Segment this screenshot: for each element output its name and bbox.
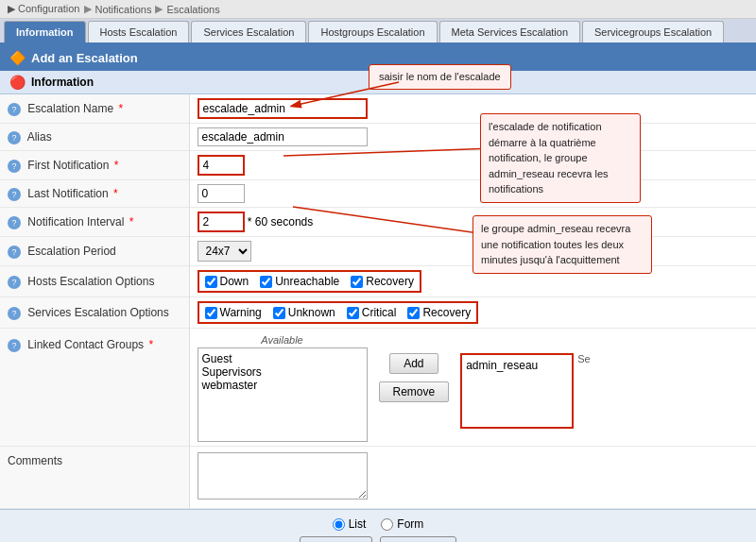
page-title: Add an Escalation	[31, 51, 138, 65]
help-escalation-name[interactable]: ?	[8, 103, 21, 116]
services-escalation-options-row: ? Services Escalation Options Warning Un…	[0, 297, 756, 329]
breadcrumb-config: ▶ Configuration	[8, 3, 80, 15]
page-header: 🔶 Add an Escalation	[0, 44, 756, 71]
help-hosts-escalation[interactable]: ?	[8, 276, 21, 289]
services-option-critical[interactable]: Critical	[347, 306, 397, 319]
info-icon: 🔴	[9, 75, 26, 90]
tab-bar: Information Hosts Escalation Services Es…	[0, 19, 756, 44]
add-button[interactable]: Add	[389, 353, 438, 374]
selected-list[interactable]: admin_reseau	[460, 353, 574, 429]
hosts-escalation-options-cell: Down Unreachable Recovery	[189, 266, 756, 297]
tab-servicegroups-escalation[interactable]: Servicegroups Escalation	[582, 21, 724, 42]
checkbox-recovery-hosts[interactable]	[351, 276, 363, 288]
hosts-escalation-label: Hosts Escalation Options	[27, 275, 154, 288]
escalation-period-label-cell: ? Escalation Period	[0, 237, 189, 266]
checkbox-warning[interactable]	[205, 307, 217, 319]
services-option-unknown[interactable]: Unknown	[273, 306, 335, 319]
checkbox-recovery-services[interactable]	[407, 307, 420, 319]
services-option-recovery[interactable]: Recovery	[407, 306, 471, 319]
tab-meta-services-escalation[interactable]: Meta Services Escalation	[439, 21, 581, 42]
remove-button[interactable]: Remove	[379, 381, 450, 402]
subsection-title: Information	[31, 76, 94, 89]
hosts-options-group: Down Unreachable Recovery	[198, 270, 421, 293]
tab-services-escalation[interactable]: Services Escalation	[191, 21, 306, 42]
checkbox-unknown[interactable]	[273, 307, 285, 319]
escalation-period-select[interactable]: 24x7	[198, 241, 251, 262]
list-item[interactable]: webmaster	[202, 379, 363, 392]
alias-row: ? Alias	[0, 124, 756, 151]
breadcrumb-notifications: Notifications	[95, 4, 152, 15]
list-item[interactable]: Guest	[202, 352, 363, 365]
checkbox-critical[interactable]	[347, 307, 359, 319]
reset-button[interactable]: Reset	[380, 536, 456, 542]
required-marker5: *	[148, 338, 153, 351]
hosts-option-down[interactable]: Down	[205, 275, 249, 288]
help-escalation-period[interactable]: ?	[8, 246, 21, 259]
required-marker: *	[118, 102, 123, 115]
notification-interval-suffix: * 60 seconds	[248, 215, 313, 229]
services-escalation-label-cell: ? Services Escalation Options	[0, 297, 189, 329]
last-notification-row: ? Last Notification *	[0, 180, 756, 208]
breadcrumb-escalations: Escalations	[166, 4, 219, 15]
breadcrumb: ▶ Configuration ▶ Notifications ▶ Escala…	[0, 0, 756, 19]
first-notification-label: First Notification	[27, 159, 109, 172]
hosts-option-recovery[interactable]: Recovery	[351, 275, 414, 288]
linked-contact-label: Linked Contact Groups	[27, 338, 144, 351]
notification-interval-row: ? Notification Interval * * 60 seconds	[0, 208, 756, 237]
escalation-name-row: ? Escalation Name *	[0, 94, 756, 124]
required-marker3: *	[113, 187, 118, 200]
escalation-name-value-cell	[189, 94, 756, 124]
help-services-escalation[interactable]: ?	[8, 307, 21, 320]
comments-row: Comments	[0, 447, 756, 509]
form-table: ? Escalation Name * ? Alias	[0, 94, 756, 447]
first-notification-value-cell	[189, 151, 756, 180]
radio-form[interactable]	[381, 518, 393, 531]
scroll-label: Se	[577, 334, 590, 364]
help-linked-contacts[interactable]: ?	[8, 339, 21, 352]
comments-textarea[interactable]	[198, 452, 368, 500]
tab-information[interactable]: Information	[4, 21, 86, 42]
checkbox-unreachable[interactable]	[260, 276, 272, 288]
tab-hostgroups-escalation[interactable]: Hostgroups Escalation	[308, 21, 437, 42]
services-options-group: Warning Unknown Critical Recovery	[198, 301, 479, 324]
help-notification-interval[interactable]: ?	[8, 216, 21, 229]
hosts-escalation-options-row: ? Hosts Escalation Options Down Unreacha…	[0, 266, 756, 297]
alias-value-cell	[189, 124, 756, 151]
last-notification-value-cell	[189, 180, 756, 208]
main-content: 🔶 Add an Escalation 🔴 Information ? Esca…	[0, 44, 756, 509]
help-last-notification[interactable]: ?	[8, 188, 21, 201]
notification-interval-input[interactable]	[198, 212, 245, 232]
services-option-warning[interactable]: Warning	[205, 306, 262, 319]
linked-contact-label-cell: ? Linked Contact Groups *	[0, 329, 189, 447]
list-item[interactable]: Supervisors	[202, 365, 363, 379]
alias-label-cell: ? Alias	[0, 124, 189, 151]
last-notification-input[interactable]	[198, 184, 245, 203]
radio-list[interactable]	[333, 518, 345, 531]
escalation-name-input[interactable]	[198, 98, 368, 119]
comments-table: Comments	[0, 447, 756, 509]
first-notification-label-cell: ? First Notification *	[0, 151, 189, 180]
notification-interval-label: Notification Interval	[27, 215, 124, 229]
save-button[interactable]: Save	[300, 536, 372, 542]
hosts-option-unreachable[interactable]: Unreachable	[260, 275, 339, 288]
tab-hosts-escalation[interactable]: Hosts Escalation	[88, 21, 190, 42]
linked-contact-value-cell: Available Guest Supervisors webmaster Ad…	[189, 329, 756, 447]
required-marker2: *	[114, 159, 119, 172]
help-alias[interactable]: ?	[8, 131, 21, 144]
comments-label-cell: Comments	[0, 447, 189, 509]
last-notification-label-cell: ? Last Notification *	[0, 180, 189, 208]
available-list[interactable]: Guest Supervisors webmaster	[198, 347, 368, 442]
alias-label: Alias	[27, 130, 52, 144]
radio-list-label[interactable]: List	[333, 517, 367, 531]
radio-list-text: List	[349, 517, 367, 531]
escalation-period-value-cell: 24x7	[189, 237, 756, 266]
first-notification-input[interactable]	[198, 155, 245, 176]
radio-form-label[interactable]: Form	[381, 517, 423, 531]
escalation-period-row: ? Escalation Period 24x7	[0, 237, 756, 266]
help-first-notification[interactable]: ?	[8, 160, 21, 173]
alias-input[interactable]	[198, 127, 368, 146]
checkbox-down[interactable]	[205, 276, 217, 288]
subsection-information: 🔴 Information	[0, 71, 756, 94]
first-notification-row: ? First Notification *	[0, 151, 756, 180]
selected-item[interactable]: admin_reseau	[466, 359, 568, 372]
